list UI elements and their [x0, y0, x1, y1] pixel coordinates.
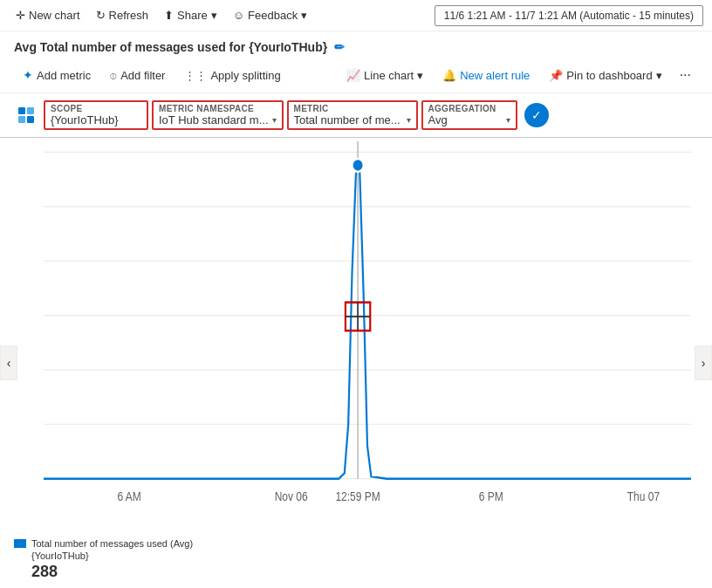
metric-toolbar: ✦ Add metric ⌽ Add filter ⋮⋮ Apply split…: [0, 59, 712, 93]
scope-label: SCOPE: [51, 104, 141, 113]
apply-splitting-label: Apply splitting: [210, 69, 280, 82]
apply-splitting-button[interactable]: ⋮⋮ Apply splitting: [175, 65, 289, 86]
svg-text:6 PM: 6 PM: [479, 489, 503, 503]
refresh-label: Refresh: [109, 9, 149, 22]
aggregation-filter[interactable]: AGGREGATION Avg ▾: [421, 100, 517, 130]
nav-left-button[interactable]: ‹: [0, 345, 17, 380]
chart-title-text: Avg Total number of messages used for: [14, 40, 245, 54]
scope-icon: [14, 103, 38, 127]
pin-chevron-icon: ▾: [656, 69, 662, 82]
chart-type-label: Line chart: [364, 69, 414, 82]
add-filter-label: Add filter: [120, 69, 165, 82]
add-metric-label: Add metric: [37, 69, 91, 82]
refresh-icon: ↻: [96, 9, 106, 22]
new-chart-icon: ✛: [16, 9, 25, 22]
svg-rect-2: [18, 116, 25, 123]
metric-filter[interactable]: METRIC Total number of me... ▾: [287, 100, 418, 130]
chart-area: 300 250 200 150 100 50 0 6 AM: [0, 138, 712, 533]
svg-rect-3: [27, 116, 34, 123]
confirm-button[interactable]: ✓: [524, 103, 549, 127]
new-chart-button[interactable]: ✛ New chart: [9, 5, 87, 25]
svg-text:Nov 06: Nov 06: [275, 489, 308, 503]
metric-chevron-icon: ▾: [407, 115, 411, 125]
svg-text:12:59 PM: 12:59 PM: [335, 489, 380, 503]
scope-filter[interactable]: SCOPE {YourIoTHub}: [44, 100, 148, 130]
metric-value: Total number of me...: [294, 113, 400, 126]
add-filter-icon: ⌽: [110, 69, 117, 82]
namespace-dropdown-inner: IoT Hub standard m... ▾: [159, 113, 277, 126]
metric-dropdown-inner: Total number of me... ▾: [294, 113, 411, 126]
line-chart-icon: 📈: [346, 69, 360, 82]
metric-label: METRIC: [294, 104, 411, 113]
apply-splitting-icon: ⋮⋮: [184, 69, 207, 82]
legend-sublabel: {YourIoTHub}: [31, 550, 89, 561]
pin-label: Pin to dashboard: [566, 69, 652, 82]
scope-value: {YourIoTHub}: [51, 113, 141, 126]
new-chart-label: New chart: [29, 9, 80, 22]
svg-point-19: [353, 159, 364, 172]
pin-icon: 📌: [549, 69, 563, 82]
share-icon: ⬆: [164, 9, 174, 22]
share-label: Share: [177, 9, 208, 22]
add-filter-button[interactable]: ⌽ Add filter: [101, 65, 174, 86]
metric-filter-row: SCOPE {YourIoTHub} METRIC NAMESPACE IoT …: [0, 93, 712, 138]
legend-value-row: 288: [14, 563, 698, 581]
toolbar-right: 📈 Line chart ▾ 🔔 New alert rule 📌 Pin to…: [338, 63, 698, 87]
date-range-text: 11/6 1:21 AM - 11/7 1:21 AM (Automatic -…: [444, 10, 694, 22]
toolbar-left: ✛ New chart ↻ Refresh ⬆ Share ▾ ☺ Feedba…: [9, 5, 314, 25]
legend-item: Total number of messages used (Avg): [14, 538, 698, 549]
chart-svg: 300 250 200 150 100 50 0 6 AM: [44, 141, 691, 533]
refresh-button[interactable]: ↻ Refresh: [89, 5, 156, 25]
namespace-chevron-icon: ▾: [272, 115, 277, 125]
new-alert-label: New alert rule: [460, 69, 530, 82]
share-button[interactable]: ⬆ Share ▾: [157, 5, 224, 25]
aggregation-value: Avg: [428, 113, 448, 126]
nav-right-button[interactable]: ›: [695, 345, 712, 380]
main-content: Avg Total number of messages used for {Y…: [0, 31, 712, 588]
date-range-button[interactable]: 11/6 1:21 AM - 11/7 1:21 AM (Automatic -…: [435, 5, 703, 26]
chart-scope-name: {YourIoTHub}: [249, 40, 327, 54]
namespace-label: METRIC NAMESPACE: [159, 104, 277, 113]
chart-type-button[interactable]: 📈 Line chart ▾: [338, 65, 432, 86]
pin-dashboard-button[interactable]: 📌 Pin to dashboard ▾: [540, 65, 670, 86]
legend-color-swatch: [14, 539, 26, 548]
aggregation-label: AGGREGATION: [428, 104, 510, 113]
svg-rect-0: [18, 107, 25, 114]
share-chevron-icon: ▾: [211, 9, 217, 22]
legend-sublabel-row: {YourIoTHub}: [14, 550, 698, 561]
feedback-chevron-icon: ▾: [301, 9, 307, 22]
feedback-icon: ☺: [233, 9, 244, 22]
add-metric-icon: ✦: [23, 68, 33, 82]
chart-type-chevron-icon: ▾: [417, 69, 423, 82]
chart-title-bar: Avg Total number of messages used for {Y…: [0, 31, 712, 59]
legend-value: 288: [31, 563, 58, 581]
namespace-value: IoT Hub standard m...: [159, 113, 269, 126]
legend-label: Total number of messages used (Avg): [31, 538, 193, 549]
alert-bell-icon: 🔔: [442, 69, 456, 82]
aggregation-chevron-icon: ▾: [506, 115, 510, 125]
more-icon: ···: [680, 67, 691, 82]
top-toolbar: ✛ New chart ↻ Refresh ⬆ Share ▾ ☺ Feedba…: [0, 0, 712, 31]
more-options-button[interactable]: ···: [673, 63, 698, 87]
chart-wrapper: ‹ › 300 250 200 150 100 50 0: [0, 138, 712, 588]
feedback-label: Feedback: [248, 9, 298, 22]
svg-rect-1: [27, 107, 34, 114]
svg-text:Thu 07: Thu 07: [627, 489, 660, 503]
checkmark-icon: ✓: [531, 108, 542, 122]
svg-text:6 AM: 6 AM: [118, 489, 141, 503]
feedback-button[interactable]: ☺ Feedback ▾: [226, 5, 314, 25]
aggregation-dropdown-inner: Avg ▾: [428, 113, 510, 126]
edit-title-icon[interactable]: ✏: [334, 40, 345, 54]
namespace-filter[interactable]: METRIC NAMESPACE IoT Hub standard m... ▾: [152, 100, 284, 130]
chart-legend: Total number of messages used (Avg) {You…: [0, 533, 712, 588]
new-alert-button[interactable]: 🔔 New alert rule: [434, 65, 538, 86]
add-metric-button[interactable]: ✦ Add metric: [14, 64, 99, 86]
